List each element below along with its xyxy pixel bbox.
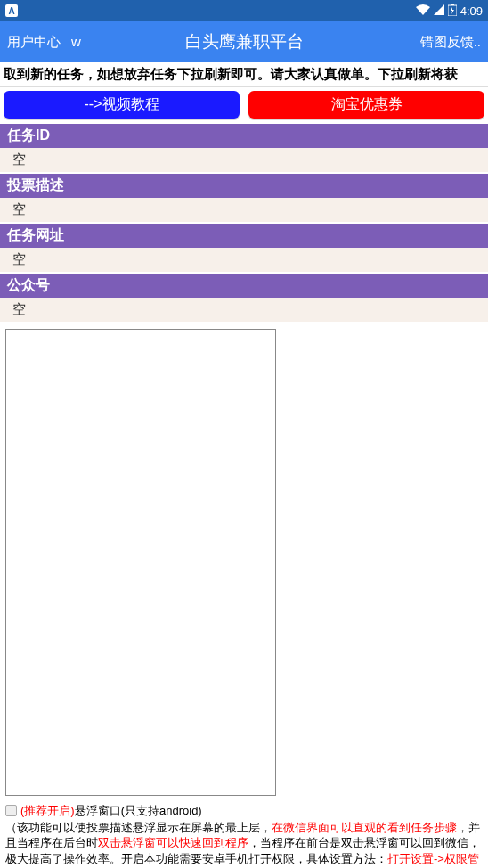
- app-bar: 用户中心 w 白头鹰兼职平台 错图反馈..: [0, 21, 488, 62]
- vote-desc-value: 空: [0, 198, 488, 224]
- app-title: 白头鹰兼职平台: [185, 30, 304, 53]
- float-window-checkbox[interactable]: [5, 805, 17, 816]
- button-row: -->视频教程 淘宝优惠券: [0, 87, 488, 124]
- battery-icon: [448, 4, 457, 19]
- task-url-value: 空: [0, 248, 488, 274]
- option-float-window: (推荐开启)悬浮窗口(只支持android) （该功能可以使投票描述悬浮显示在屏…: [0, 799, 488, 868]
- video-tutorial-button[interactable]: -->视频教程: [4, 91, 240, 119]
- signal-icon: [434, 4, 444, 18]
- vote-desc-header: 投票描述: [0, 174, 488, 198]
- user-label: w: [71, 34, 81, 51]
- notice-text: 取到新的任务，如想放弃任务下拉刷新即可。请大家认真做单。下拉刷新将获: [0, 62, 488, 87]
- float-window-desc: （该功能可以使投票描述悬浮显示在屏幕的最上层，在微信界面可以直观的看到任务步骤，…: [5, 820, 483, 868]
- wifi-icon: [416, 4, 430, 18]
- task-detail-textarea[interactable]: [5, 329, 276, 796]
- task-url-header: 任务网址: [0, 224, 488, 248]
- pub-account-value: 空: [0, 298, 488, 323]
- svg-rect-1: [451, 4, 454, 5]
- status-bar: A 4:09: [0, 0, 488, 21]
- status-right: 4:09: [416, 4, 483, 19]
- taobao-coupon-button[interactable]: 淘宝优惠券: [248, 91, 484, 119]
- textarea-wrap: [0, 323, 488, 799]
- task-id-value: 空: [0, 148, 488, 174]
- status-time: 4:09: [460, 4, 483, 18]
- task-id-header: 任务ID: [0, 124, 488, 148]
- pub-account-header: 公众号: [0, 274, 488, 298]
- status-app-icon: A: [5, 4, 18, 17]
- float-window-label: (推荐开启)悬浮窗口(只支持android): [20, 803, 202, 819]
- user-center-link[interactable]: 用户中心: [7, 34, 61, 51]
- feedback-link[interactable]: 错图反馈..: [420, 34, 481, 51]
